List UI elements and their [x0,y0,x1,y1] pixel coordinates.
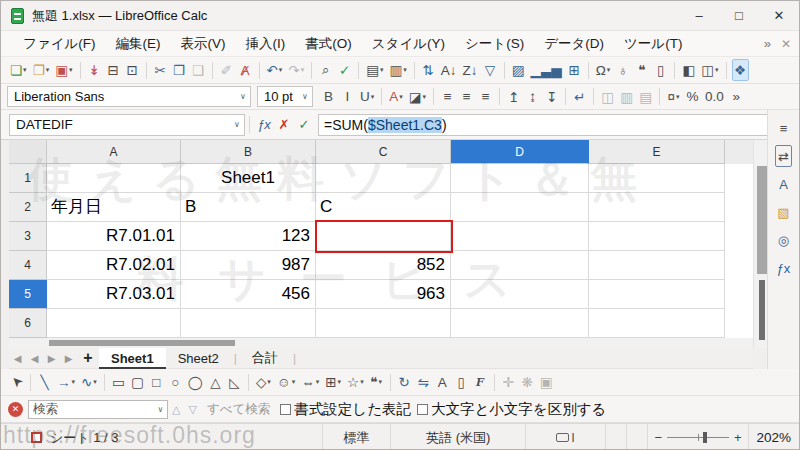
select-all-corner[interactable] [9,140,47,164]
cell-e5[interactable] [589,280,725,309]
next-sheet-icon[interactable]: ▶ [43,353,60,364]
spelling-icon[interactable]: ✓ [336,59,353,81]
line-icon[interactable]: ╲ [36,371,53,393]
dropdown-caret[interactable]: ▾ [371,93,375,101]
zoom-slider-thumb[interactable] [703,432,707,443]
maximize-button[interactable]: □ [719,1,759,30]
menu-insert[interactable]: 挿入(I) [236,35,296,53]
callouts-icon[interactable]: ❝▾ [368,371,385,393]
chevron-down-icon[interactable]: ∨ [230,120,244,129]
column-header-d[interactable]: D [451,140,589,164]
undo-icon[interactable]: ↶▾ [265,59,285,81]
headers-footers-icon[interactable]: ▯ [652,59,669,81]
minimize-button[interactable]: – [679,1,719,30]
signature-segment[interactable] [627,424,648,450]
cell-d6[interactable] [451,309,589,338]
align-top-icon[interactable]: ↥ [505,86,522,108]
insert-image-icon[interactable]: ▨ [510,59,527,81]
find-next-icon[interactable]: ▽ [188,403,196,416]
align-left-icon[interactable]: ≡ [439,86,456,108]
sheet-tab-goukei[interactable]: 合計 [240,348,290,369]
flowchart-icon[interactable]: ⊞▾ [323,371,343,393]
column-header-a[interactable]: A [47,140,181,164]
menu-file[interactable]: ファイル(F) [13,35,106,53]
dropdown-caret[interactable]: ▾ [46,66,50,74]
vertical-text-icon[interactable]: ▯ [453,371,470,393]
cell-c1[interactable] [316,164,451,193]
fontwork-icon[interactable]: F [472,371,489,393]
insert-mode-segment[interactable]: I [526,424,605,450]
search-input[interactable] [29,402,154,416]
column-header-e[interactable]: E [589,140,725,164]
menu-edit[interactable]: 編集(E) [106,35,171,53]
stars-icon[interactable]: ☆▾ [345,371,366,393]
cell-a5[interactable]: R7.03.01 [47,280,181,309]
basic-shapes-icon[interactable]: ◇▾ [254,371,273,393]
function-wizard-icon[interactable]: ƒx [254,114,274,136]
zoom-out-icon[interactable]: − [654,430,662,445]
dropdown-caret[interactable]: ▾ [399,93,403,101]
close-find-bar-icon[interactable]: ✕ [8,402,23,417]
row-header-5[interactable]: 5 [9,280,47,309]
cell-b5[interactable]: 456 [181,280,316,309]
find-replace-icon[interactable]: ⌕ [317,59,334,81]
language-segment[interactable]: 英語 (米国) [391,424,526,450]
freeze-rows-columns-icon[interactable]: ◧ [680,59,697,81]
save-icon[interactable]: ▣▾ [53,59,74,81]
cell-e4[interactable] [589,251,725,280]
menu-styles[interactable]: スタイル(Y) [362,35,455,53]
insert-object-icon[interactable]: ⊞ [566,59,583,81]
sort-descending-icon[interactable]: Z↓ [461,59,480,81]
cell-b4[interactable]: 987 [181,251,316,280]
dropdown-caret[interactable]: ▾ [279,66,283,74]
navigator-deck-icon[interactable]: ◎ [775,229,792,251]
cell-c5[interactable]: 963 [316,280,451,309]
cell-d4[interactable] [451,251,589,280]
dropdown-caret[interactable]: ▾ [607,66,611,74]
circle-icon[interactable]: ◯ [186,371,205,393]
dropdown-caret[interactable]: ▾ [316,378,320,386]
cell-b3[interactable]: 123 [181,222,316,251]
italic-icon[interactable]: I [339,86,356,108]
formatted-display-checkbox[interactable] [280,404,291,415]
chevron-down-icon[interactable]: ∨ [236,92,250,101]
row-header-2[interactable]: 2 [9,193,47,222]
currency-format-icon[interactable]: ¤▾ [665,86,682,108]
cell-a6[interactable] [47,309,181,338]
insert-chart-icon[interactable]: ▁▃▅ [529,59,564,81]
menu-view[interactable]: 表示(V) [171,35,236,53]
cancel-icon[interactable]: ✗ [274,114,294,136]
cell-e3[interactable] [589,222,725,251]
chevron-down-icon[interactable]: ∨ [298,92,312,101]
column-header-c[interactable]: C [316,140,451,164]
vertical-scrollbar-handle[interactable] [759,280,765,340]
sheet-info-segment[interactable]: シート 1 / 3 [1,424,323,450]
percent-format-icon[interactable]: % [684,86,701,108]
document-close-icon[interactable]: ✕ [781,37,791,51]
dropdown-caret[interactable]: ▾ [301,66,305,74]
menu-data[interactable]: データ(D) [534,35,614,53]
cell-b2[interactable]: B [181,193,316,222]
underline-icon[interactable]: U▾ [358,86,376,108]
rotate-object-icon[interactable]: ↻ [396,371,413,393]
dropdown-caret[interactable]: ▾ [380,66,384,74]
row-menu-icon[interactable]: ▤▾ [364,59,385,81]
sheet-tab-sheet1[interactable]: Sheet1 [99,348,166,369]
find-all-button[interactable]: すべて検索 [207,401,270,418]
row-header-1[interactable]: 1 [9,164,47,193]
print-preview-icon[interactable]: ⊡ [124,59,141,81]
right-triangle-icon[interactable]: ◺ [226,371,243,393]
last-sheet-icon[interactable]: ▶ [60,353,77,364]
cell-d3[interactable] [451,222,589,251]
cut-icon[interactable]: ✂ [152,59,169,81]
cell-b6[interactable] [181,309,316,338]
page-style-segment[interactable]: 標準 [323,424,391,450]
close-button[interactable]: ✕ [759,1,799,30]
cell-c4[interactable]: 852 [316,251,451,280]
font-name-combo[interactable]: Liberation Sans ∨ [7,86,251,107]
cell-e1[interactable] [589,164,725,193]
row-header-3[interactable]: 3 [9,222,47,251]
sort-icon[interactable]: ⇅ [420,59,437,81]
number-format-icon[interactable]: 0.0 [703,86,726,108]
align-center-icon[interactable]: ≡ [458,86,475,108]
